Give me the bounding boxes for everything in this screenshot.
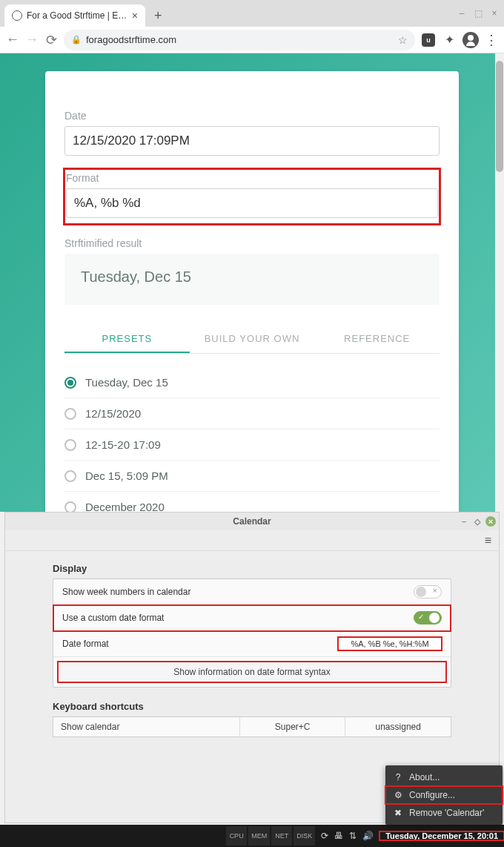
- browser-window: For a Good Strftime | Easy Ske × + – ⬚ ×…: [0, 0, 504, 512]
- network-icon[interactable]: ⇅: [349, 831, 357, 841]
- printer-icon[interactable]: 🖶: [334, 831, 343, 841]
- radio-icon: [64, 408, 76, 420]
- address-bar[interactable]: 🔒 foragoodstrftime.com ☆: [64, 30, 415, 50]
- preset-option[interactable]: Dec 15, 5:09 PM: [64, 461, 440, 492]
- browser-toolbar: ← → ⟳ 🔒 foragoodstrftime.com ☆ u ✦ ⋮: [0, 27, 504, 53]
- remove-icon: ✖: [393, 808, 403, 818]
- preset-option[interactable]: 12/15/2020: [64, 398, 440, 429]
- display-heading: Display: [53, 563, 451, 574]
- radio-icon: [64, 439, 76, 451]
- preset-option[interactable]: Tuesday, Dec 15: [64, 367, 440, 398]
- date-format-input[interactable]: [338, 637, 442, 650]
- calendar-toolbar: ≡: [5, 530, 499, 551]
- ctx-configure[interactable]: ⚙ Configure...: [385, 786, 503, 804]
- row-date-format: Date format: [53, 631, 451, 657]
- window-close-icon[interactable]: ×: [485, 516, 496, 527]
- row-week-numbers: Show week numbers in calendar: [53, 579, 451, 605]
- keyboard-heading: Keyboard shortcuts: [53, 701, 451, 712]
- preset-option[interactable]: December 2020: [64, 492, 440, 512]
- date-format-info-button[interactable]: Show information on date format syntax: [58, 662, 446, 682]
- keyboard-shortcuts-table: Show calendar Super+C unassigned: [53, 716, 451, 737]
- date-input[interactable]: 12/15/2020 17:09PM: [64, 126, 440, 156]
- format-input[interactable]: %A, %b %d: [66, 188, 438, 218]
- profile-avatar-icon[interactable]: [462, 32, 479, 48]
- new-tab-button[interactable]: +: [150, 8, 167, 24]
- tab-build-your-own[interactable]: BUILD YOUR OWN: [190, 326, 315, 353]
- display-panel: Show week numbers in calendar Use a cust…: [53, 579, 451, 688]
- help-icon: ?: [393, 772, 403, 782]
- taskbar: CPU MEM NET DISK ⟳ 🖶 ⇅ 🔊 Tuesday, Decemb…: [0, 825, 504, 847]
- lock-icon: 🔒: [71, 35, 82, 45]
- net-monitor[interactable]: NET: [271, 826, 292, 846]
- date-section: Date 12/15/2020 17:09PM: [64, 110, 440, 156]
- tab-presets[interactable]: PRESETS: [64, 326, 190, 353]
- reload-icon[interactable]: ⟳: [44, 32, 58, 48]
- back-icon[interactable]: ←: [6, 32, 19, 47]
- mem-monitor[interactable]: MEM: [248, 826, 270, 846]
- window-close-icon[interactable]: ×: [489, 8, 500, 19]
- volume-icon[interactable]: 🔊: [362, 831, 374, 841]
- ublock-icon[interactable]: u: [421, 33, 436, 47]
- gear-icon: ⚙: [393, 790, 403, 800]
- cpu-monitor[interactable]: CPU: [226, 826, 247, 846]
- result-label: Strftimified result: [64, 237, 440, 249]
- radio-icon: [64, 501, 76, 513]
- updates-icon[interactable]: ⟳: [321, 831, 328, 841]
- extensions-icon[interactable]: ✦: [442, 33, 457, 47]
- browser-tabstrip: For a Good Strftime | Easy Ske × + – ⬚ ×: [0, 0, 504, 27]
- date-label: Date: [64, 110, 440, 122]
- scrollbar-thumb[interactable]: [496, 61, 503, 172]
- globe-icon: [12, 10, 22, 21]
- preset-option[interactable]: 12-15-20 17:09: [64, 429, 440, 461]
- strftime-card: Date 12/15/2020 17:09PM Format %A, %b %d…: [45, 71, 459, 512]
- tab-reference[interactable]: REFERENCE: [314, 326, 440, 353]
- disk-monitor[interactable]: DISK: [294, 826, 315, 846]
- url-text: foragoodstrftime.com: [86, 34, 394, 45]
- page-content: Date 12/15/2020 17:09PM Format %A, %b %d…: [0, 53, 504, 512]
- kb-binding-primary[interactable]: Super+C: [240, 717, 346, 736]
- bookmark-star-icon[interactable]: ☆: [398, 34, 408, 46]
- window-maximize-icon[interactable]: ⬚: [473, 8, 483, 19]
- radio-icon: [64, 470, 76, 482]
- window-minimize-icon[interactable]: –: [457, 8, 467, 19]
- scrollbar-track[interactable]: [495, 53, 504, 512]
- browser-menu-icon[interactable]: ⋮: [485, 32, 498, 48]
- row-custom-format: Use a custom date format: [53, 605, 451, 631]
- result-section: Strftimified result Tuesday, Dec 15: [64, 237, 440, 305]
- preset-list: Tuesday, Dec 15 12/15/2020 12-15-20 17:0…: [64, 367, 440, 512]
- calendar-titlebar: Calendar – ◇ ×: [5, 513, 499, 530]
- browser-tab[interactable]: For a Good Strftime | Easy Ske ×: [4, 4, 145, 27]
- tab-close-icon[interactable]: ×: [132, 10, 138, 22]
- tab-title: For a Good Strftime | Easy Ske: [27, 10, 127, 21]
- kb-binding-secondary[interactable]: unassigned: [345, 717, 451, 736]
- window-minimize-icon[interactable]: –: [459, 516, 469, 527]
- applet-context-menu: ? About... ⚙ Configure... ✖ Remove 'Cale…: [385, 765, 503, 825]
- format-section: Format %A, %b %d: [64, 169, 440, 224]
- system-tray: ⟳ 🖶 ⇅ 🔊: [315, 831, 379, 841]
- result-output: Tuesday, Dec 15: [64, 254, 440, 305]
- hamburger-menu-icon[interactable]: ≡: [485, 534, 491, 547]
- mode-tabs: PRESETS BUILD YOUR OWN REFERENCE: [64, 326, 440, 354]
- format-label: Format: [66, 172, 438, 184]
- taskbar-clock[interactable]: Tuesday, December 15, 20:01: [379, 831, 504, 840]
- ctx-about[interactable]: ? About...: [385, 768, 503, 786]
- calendar-title: Calendar: [233, 516, 271, 527]
- kb-action-label: Show calendar: [53, 717, 240, 736]
- radio-icon: [64, 377, 76, 389]
- toggle-custom-format[interactable]: [414, 611, 442, 624]
- ctx-remove[interactable]: ✖ Remove 'Calendar': [385, 804, 503, 822]
- system-monitor: CPU MEM NET DISK: [226, 825, 315, 847]
- window-maximize-icon[interactable]: ◇: [472, 516, 483, 527]
- forward-icon[interactable]: →: [25, 32, 39, 47]
- toggle-week-numbers[interactable]: [414, 585, 442, 599]
